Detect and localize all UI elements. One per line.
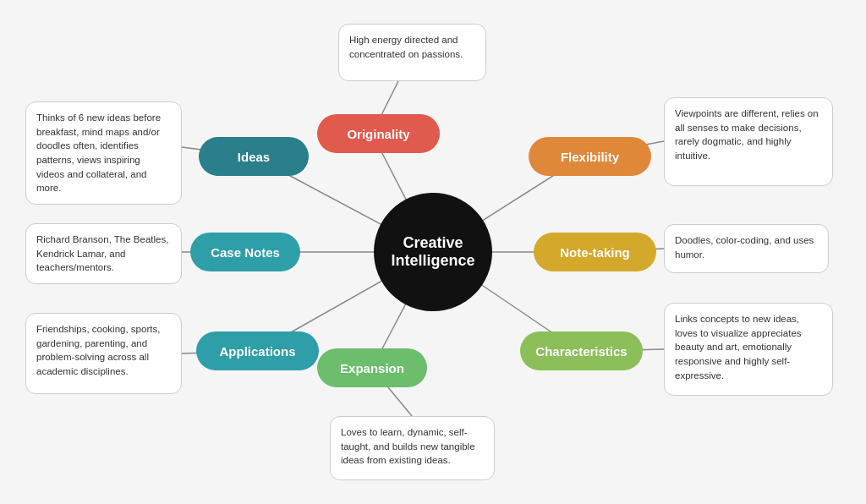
desc-ideas: Thinks of 6 new ideas before breakfast, …	[25, 101, 182, 205]
center-label: Creative Intelligence	[391, 234, 474, 270]
desc-applications: Friendships, cooking, sports, gardening,…	[25, 313, 182, 394]
center-node: Creative Intelligence	[374, 193, 492, 311]
pill-case-notes: Case Notes	[190, 233, 300, 271]
desc-note-taking: Doodles, color-coding, and uses humor.	[664, 224, 829, 273]
pill-ideas: Ideas	[199, 137, 309, 176]
desc-top: High energy directed and concentrated on…	[338, 24, 486, 81]
desc-flexibility: Viewpoints are different, relies on all …	[664, 97, 833, 186]
pill-characteristics: Characteristics	[520, 331, 643, 370]
pill-note-taking: Note-taking	[534, 233, 656, 271]
pill-originality: Originality	[317, 114, 440, 153]
pill-expansion: Expansion	[317, 348, 427, 387]
diagram-canvas: Creative Intelligence OriginalityIdeasCa…	[0, 0, 866, 504]
desc-case-notes: Richard Branson, The Beatles, Kendrick L…	[25, 223, 182, 284]
desc-characteristics: Links concepts to new ideas, loves to vi…	[664, 303, 833, 396]
pill-applications: Applications	[196, 331, 319, 370]
pill-flexibility: Flexibility	[529, 137, 651, 176]
desc-expansion: Loves to learn, dynamic, self-taught, an…	[330, 416, 495, 480]
